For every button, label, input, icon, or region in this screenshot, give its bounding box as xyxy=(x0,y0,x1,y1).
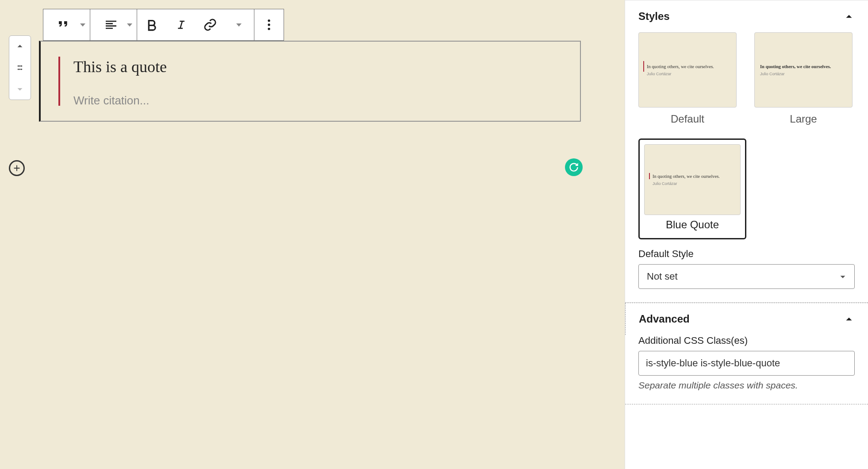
default-style-label: Default Style xyxy=(638,248,855,260)
editor-canvas: This is a quote Write citation... xyxy=(0,0,625,469)
quote-block[interactable]: This is a quote Write citation... xyxy=(39,41,581,122)
chevron-up-icon xyxy=(843,11,855,22)
style-option-large[interactable]: In quoting others, we cite ourselves. Ju… xyxy=(754,32,853,125)
advanced-panel-header[interactable]: Advanced xyxy=(625,303,868,335)
style-label: Blue Quote xyxy=(644,219,741,234)
italic-button[interactable] xyxy=(166,9,196,40)
align-button[interactable] xyxy=(90,9,137,40)
styles-panel: Styles In quoting others, we cite oursel… xyxy=(625,0,868,303)
style-label: Default xyxy=(638,113,737,125)
drag-icon xyxy=(15,63,25,73)
chevron-up-icon xyxy=(15,42,25,51)
svg-point-8 xyxy=(268,28,270,30)
chevron-up-icon xyxy=(843,313,855,325)
default-style-select[interactable]: Not set xyxy=(638,264,855,289)
svg-point-3 xyxy=(18,69,19,70)
svg-point-5 xyxy=(21,69,22,70)
more-vertical-icon xyxy=(262,18,276,32)
advanced-panel: Advanced Additional CSS Class(es) Separa… xyxy=(625,303,868,404)
svg-point-1 xyxy=(19,65,21,67)
css-classes-input[interactable] xyxy=(638,351,855,376)
svg-point-6 xyxy=(268,19,270,22)
plus-icon xyxy=(12,163,22,173)
css-classes-help: Separate multiple classes with spaces. xyxy=(638,380,855,391)
link-icon xyxy=(203,18,217,32)
styles-title: Styles xyxy=(638,10,670,23)
more-rich-text-button[interactable] xyxy=(225,9,254,40)
style-option-default[interactable]: In quoting others, we cite ourselves. Ju… xyxy=(638,32,737,125)
styles-grid: In quoting others, we cite ourselves. Ju… xyxy=(638,32,855,239)
citation-input[interactable]: Write citation... xyxy=(73,94,562,108)
block-inserter-button[interactable] xyxy=(9,160,25,176)
block-type-button[interactable] xyxy=(43,9,90,40)
grammarly-badge[interactable] xyxy=(565,158,583,176)
block-toolbar xyxy=(43,9,284,41)
grammarly-icon xyxy=(568,161,580,173)
svg-point-2 xyxy=(21,65,22,67)
move-up-button[interactable] xyxy=(9,36,31,57)
italic-icon xyxy=(174,18,188,32)
block-movers xyxy=(9,35,31,100)
bold-button[interactable] xyxy=(137,9,166,40)
settings-sidebar: Styles In quoting others, we cite oursel… xyxy=(625,0,868,469)
quote-icon xyxy=(57,18,71,32)
more-options-button[interactable] xyxy=(254,9,284,40)
style-label: Large xyxy=(754,113,853,125)
quote-text[interactable]: This is a quote xyxy=(73,55,562,94)
chevron-down-icon xyxy=(15,84,25,94)
svg-point-7 xyxy=(268,23,270,26)
svg-point-0 xyxy=(18,65,19,67)
bold-icon xyxy=(145,18,159,32)
style-option-blue-quote[interactable]: In quoting others, we cite ourselves. Ju… xyxy=(638,138,746,239)
link-button[interactable] xyxy=(196,9,225,40)
align-left-icon xyxy=(104,18,118,32)
styles-panel-header[interactable]: Styles xyxy=(625,0,868,32)
drag-handle[interactable] xyxy=(9,57,31,78)
svg-point-4 xyxy=(19,69,21,70)
css-classes-label: Additional CSS Class(es) xyxy=(638,335,855,346)
quote-accent-line xyxy=(58,57,60,106)
advanced-title: Advanced xyxy=(639,313,690,325)
move-down-button[interactable] xyxy=(9,78,31,100)
